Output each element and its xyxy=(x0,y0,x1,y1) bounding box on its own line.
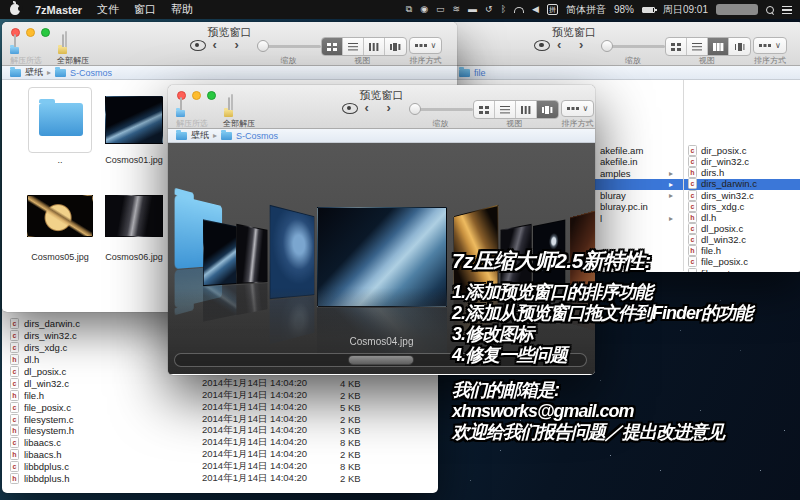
file-row[interactable]: hfile.h2014年1月14日 14:04:202 KB xyxy=(2,389,438,401)
wifi-icon[interactable] xyxy=(514,7,524,13)
chevron-down-icon: ∨ xyxy=(431,41,437,50)
image-thumbnail[interactable] xyxy=(27,195,93,237)
zoom-slider-knob[interactable] xyxy=(257,40,269,52)
input-method-icon[interactable]: 拼 xyxy=(547,4,558,15)
view-grid-segment[interactable] xyxy=(666,38,687,55)
file-type-icon: c xyxy=(10,402,19,413)
view-list-segment[interactable] xyxy=(495,101,516,118)
zoom-slider-knob[interactable] xyxy=(601,40,613,52)
volume-icon[interactable]: ◀ xyxy=(532,5,539,14)
extract-selected-button[interactable] xyxy=(14,35,16,53)
file-name: filesystem.c xyxy=(24,414,202,425)
status-app-icon[interactable]: ◉ xyxy=(420,5,428,14)
parent-folder-item[interactable] xyxy=(28,87,92,153)
image-thumbnail[interactable] xyxy=(105,96,163,144)
zoom-slider[interactable] xyxy=(259,45,321,48)
file-name: dl_win32.c xyxy=(24,378,202,389)
user-name-pill[interactable] xyxy=(716,4,758,15)
mini-folder-icon xyxy=(176,110,185,117)
menu-file[interactable]: 文件 xyxy=(97,2,119,17)
extract-all-button[interactable] xyxy=(228,98,230,116)
menu-clock[interactable]: 周日09:01 xyxy=(663,3,708,17)
window-titlebar[interactable]: 预览窗口 解压所选 全部解压 ‹ › ∨ 缩放 视图 xyxy=(168,85,595,129)
file-name: file_posix.c xyxy=(24,402,202,413)
zoom-slider-knob[interactable] xyxy=(409,103,421,115)
path-item-current[interactable]: S-Cosmos xyxy=(236,131,278,141)
sort-dropdown[interactable]: ∨ xyxy=(753,37,787,54)
forward-chevron-icon[interactable]: › xyxy=(235,37,239,53)
folder-icon xyxy=(459,69,470,77)
sort-label: 排序方式 xyxy=(744,55,796,66)
status-display-icon[interactable]: ▭ xyxy=(436,5,445,14)
view-coverflow-segment[interactable] xyxy=(385,38,406,55)
zoom-slider[interactable] xyxy=(411,108,473,111)
file-name: file.h xyxy=(24,390,202,401)
annotation-feature: 2.添加从预览窗口拖文件到Finder的功能 xyxy=(452,303,800,324)
file-row[interactable]: clibbdplus.c2014年1月14日 14:04:208 KB xyxy=(2,461,438,473)
file-type-icon: c xyxy=(10,437,19,448)
input-method-label[interactable]: 简体拼音 xyxy=(566,3,606,17)
path-item-root[interactable]: 壁纸 xyxy=(25,66,43,79)
battery-percent[interactable]: 98% xyxy=(614,4,634,15)
notification-center-icon[interactable] xyxy=(782,6,792,14)
preview-eye-icon[interactable] xyxy=(534,40,550,51)
preview-eye-icon[interactable] xyxy=(190,40,206,51)
file-type-icon: c xyxy=(688,178,697,189)
status-sync-icon[interactable]: ⧉ xyxy=(406,5,412,14)
view-list-segment[interactable] xyxy=(343,38,364,55)
scrollbar-thumb[interactable] xyxy=(348,355,414,365)
file-size: 2 KB xyxy=(340,390,400,401)
path-item-current[interactable]: S-Cosmos xyxy=(70,68,112,78)
back-chevron-icon[interactable]: ‹ xyxy=(557,37,561,53)
view-coverflow-segment[interactable] xyxy=(537,101,558,118)
status-bell-icon[interactable]: ▬ xyxy=(468,5,477,14)
menu-window[interactable]: 窗口 xyxy=(134,2,156,17)
file-date: 2014年1月14日 14:04:20 xyxy=(202,472,340,485)
spotlight-search-icon[interactable] xyxy=(766,6,774,14)
status-timemachine-icon[interactable]: ↺ xyxy=(485,5,493,14)
view-grid-segment[interactable] xyxy=(474,101,495,118)
menu-app-name[interactable]: 7zMaster xyxy=(35,4,82,16)
extract-selected-button[interactable] xyxy=(180,98,182,116)
file-row[interactable]: cfile_posix.c2014年1月14日 14:04:205 KB xyxy=(2,401,438,413)
file-row[interactable]: cdl_win32.c2014年1月14日 14:04:204 KB xyxy=(2,377,438,389)
extract-all-button[interactable] xyxy=(62,35,64,53)
status-airplay-icon[interactable]: ≋ xyxy=(453,5,461,14)
back-chevron-icon[interactable]: ‹ xyxy=(213,37,217,53)
menu-help[interactable]: 帮助 xyxy=(171,2,193,17)
sort-dropdown[interactable]: ∨ xyxy=(561,100,595,117)
window-titlebar[interactable]: 预览窗口 解压所选 全部解压 ‹ › ∨ 缩放 视图 xyxy=(2,22,457,66)
file-row[interactable]: cfilesystem.c2014年1月14日 14:04:202 KB xyxy=(2,413,438,425)
chevron-down-icon: ∨ xyxy=(775,41,781,50)
file-row[interactable]: hlibbdplus.h2014年1月14日 14:04:202 KB xyxy=(2,473,438,485)
view-coverflow-segment[interactable] xyxy=(729,38,750,55)
grid-item-label: Cosmos01.jpg xyxy=(90,155,178,165)
bluetooth-icon[interactable]: ᛒ xyxy=(501,5,506,14)
file-type-icon: c xyxy=(688,145,697,156)
file-size: 2 KB xyxy=(340,414,400,425)
sort-dots-icon xyxy=(415,44,427,47)
file-size: 2 KB xyxy=(340,449,400,460)
forward-chevron-icon[interactable]: › xyxy=(387,100,391,116)
zoom-slider[interactable] xyxy=(603,45,665,48)
image-thumbnail[interactable] xyxy=(105,195,163,237)
preview-eye-icon[interactable] xyxy=(342,103,358,114)
item-name: dir_posix.c xyxy=(701,145,746,156)
file-row[interactable]: hfilesystem.h2014年1月14日 14:04:203 KB xyxy=(2,425,438,437)
grid-item-label: Cosmos06.jpg xyxy=(90,252,178,262)
view-segmented-control xyxy=(321,37,407,56)
file-row[interactable]: clibaacs.c2014年1月14日 14:04:208 KB xyxy=(2,437,438,449)
forward-chevron-icon[interactable]: › xyxy=(579,37,583,53)
sort-dropdown[interactable]: ∨ xyxy=(409,37,443,54)
apple-menu-icon[interactable] xyxy=(10,4,20,15)
view-list-segment[interactable] xyxy=(687,38,708,55)
view-columns-segment[interactable] xyxy=(364,38,385,55)
view-columns-segment[interactable] xyxy=(516,101,537,118)
file-name: libbdplus.c xyxy=(24,461,202,472)
view-grid-segment[interactable] xyxy=(322,38,343,55)
path-item-root[interactable]: 壁纸 xyxy=(191,129,209,142)
file-row[interactable]: hlibaacs.h2014年1月14日 14:04:202 KB xyxy=(2,449,438,461)
path-item[interactable]: file xyxy=(474,68,486,78)
back-chevron-icon[interactable]: ‹ xyxy=(365,100,369,116)
view-columns-segment[interactable] xyxy=(708,38,729,55)
